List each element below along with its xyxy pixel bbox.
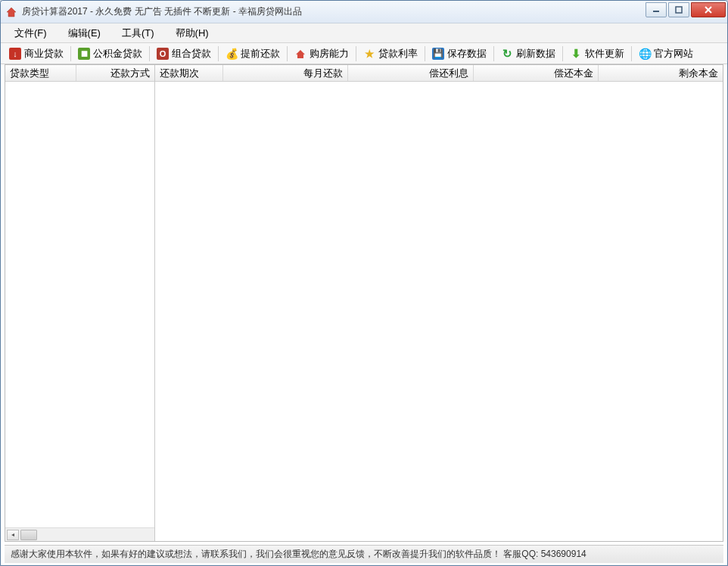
menu-file[interactable]: 文件(F) <box>5 24 56 42</box>
maximize-button[interactable] <box>668 2 689 17</box>
tool-website[interactable]: 🌐 官方网站 <box>633 45 698 63</box>
separator <box>493 46 494 61</box>
app-icon <box>5 6 17 18</box>
minimize-button[interactable] <box>646 2 667 17</box>
tool-label: 提前还款 <box>241 47 280 61</box>
square-icon: ◼ <box>78 48 90 60</box>
menu-help[interactable]: 帮助(H) <box>166 24 218 42</box>
tool-commercial-loan[interactable]: ↓ 商业贷款 <box>4 45 69 63</box>
left-panel: 贷款类型 还款方式 ◂ <box>5 65 155 541</box>
tool-label: 组合贷款 <box>172 47 211 61</box>
col-principal[interactable]: 偿还本金 <box>474 65 599 81</box>
svg-rect-1 <box>676 7 682 13</box>
coins-icon: 💰 <box>226 48 238 60</box>
scroll-thumb[interactable] <box>20 530 37 540</box>
house-icon <box>294 48 306 60</box>
right-panel: 还款期次 每月还款 偿还利息 偿还本金 剩余本金 <box>155 65 723 541</box>
menu-tool[interactable]: 工具(T) <box>113 24 163 42</box>
col-repay-method[interactable]: 还款方式 <box>76 65 154 81</box>
tool-combo-loan[interactable]: O 组合贷款 <box>151 45 216 63</box>
separator <box>287 46 288 61</box>
col-interest[interactable]: 偿还利息 <box>348 65 473 81</box>
window-controls <box>644 2 726 17</box>
close-button[interactable] <box>691 2 726 17</box>
statusbar: 感谢大家使用本软件，如果有好的建议或想法，请联系我们，我们会很重视您的意见反馈，… <box>5 545 723 563</box>
col-loan-type[interactable]: 贷款类型 <box>5 65 76 81</box>
window-title: 房贷计算器2017 - 永久免费 无广告 无插件 不断更新 - 幸福房贷网出品 <box>22 5 644 18</box>
refresh-icon: ↻ <box>501 48 513 60</box>
left-column-header: 贷款类型 还款方式 <box>5 65 154 82</box>
separator <box>70 46 71 61</box>
globe-icon: 🌐 <box>639 48 651 60</box>
menu-edit[interactable]: 编辑(E) <box>59 24 110 42</box>
separator <box>631 46 632 61</box>
right-column-header: 还款期次 每月还款 偿还利息 偿还本金 剩余本金 <box>155 65 723 82</box>
tool-label: 保存数据 <box>447 47 487 61</box>
tool-label: 商业贷款 <box>24 47 64 61</box>
tool-update[interactable]: ⬇ 软件更新 <box>565 45 630 63</box>
content-area: 贷款类型 还款方式 ◂ 还款期次 每月还款 偿还利息 偿还本金 剩余本金 <box>5 64 723 542</box>
left-grid-body[interactable] <box>5 82 154 527</box>
tool-label: 公积金贷款 <box>93 47 142 61</box>
tool-prepay[interactable]: 💰 提前还款 <box>220 45 285 63</box>
col-monthly[interactable]: 每月还款 <box>223 65 348 81</box>
col-remain[interactable]: 剩余本金 <box>599 65 723 81</box>
tool-refresh[interactable]: ↻ 刷新数据 <box>496 45 561 63</box>
tool-ability[interactable]: 购房能力 <box>289 45 354 63</box>
toolbar: ↓ 商业贷款 ◼ 公积金贷款 O 组合贷款 💰 提前还款 购房能力 ★ 贷款利率 <box>1 43 727 64</box>
tool-rate[interactable]: ★ 贷款利率 <box>358 45 423 63</box>
horizontal-scrollbar[interactable]: ◂ <box>5 527 154 541</box>
status-text: 感谢大家使用本软件，如果有好的建议或想法，请联系我们，我们会很重视您的意见反馈，… <box>11 548 586 561</box>
separator <box>425 46 425 61</box>
tool-label: 刷新数据 <box>516 47 555 61</box>
separator <box>149 46 150 61</box>
menubar: 文件(F) 编辑(E) 工具(T) 帮助(H) <box>1 23 727 43</box>
star-icon: ★ <box>363 48 375 60</box>
separator <box>562 46 563 61</box>
titlebar[interactable]: 房贷计算器2017 - 永久免费 无广告 无插件 不断更新 - 幸福房贷网出品 <box>1 1 727 23</box>
letter-o-icon: O <box>157 48 169 60</box>
tool-label: 软件更新 <box>585 47 624 61</box>
separator <box>356 46 356 61</box>
floppy-icon: 💾 <box>432 48 444 60</box>
tool-label: 官方网站 <box>654 47 693 61</box>
tool-label: 购房能力 <box>310 47 349 61</box>
tool-fund-loan[interactable]: ◼ 公积金贷款 <box>73 45 148 63</box>
separator <box>218 46 219 61</box>
download-icon: ⬇ <box>570 48 582 60</box>
scroll-left-arrow[interactable]: ◂ <box>7 530 19 540</box>
svg-rect-0 <box>653 11 659 12</box>
col-period[interactable]: 还款期次 <box>155 65 223 81</box>
app-window: 房贷计算器2017 - 永久免费 无广告 无插件 不断更新 - 幸福房贷网出品 … <box>0 0 728 566</box>
down-arrow-icon: ↓ <box>9 48 21 60</box>
right-grid-body[interactable] <box>155 82 723 541</box>
tool-label: 贷款利率 <box>378 47 418 61</box>
tool-save[interactable]: 💾 保存数据 <box>427 45 492 63</box>
